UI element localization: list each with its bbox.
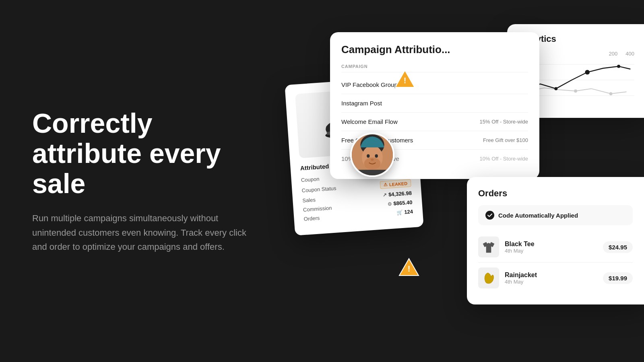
campaign-col-header: CAMPAIGN: [341, 64, 528, 72]
order-info-black-tee: Black Tee 4th May: [505, 241, 597, 254]
svg-point-20: [554, 87, 557, 90]
svg-text:!: !: [404, 76, 407, 85]
warning-icon-top: !: [394, 68, 415, 89]
hero-title: Correctly attribute every sale: [32, 108, 258, 198]
svg-point-8: [371, 158, 374, 161]
coupon-status-label: Coupon Status: [301, 185, 336, 193]
campaign-offer-welcome: 15% Off - Store-wide: [480, 119, 528, 125]
warning-small-icon: ⚠: [384, 182, 388, 187]
orders-title: Orders: [478, 188, 633, 199]
trending-icon: ↗: [383, 192, 387, 198]
warning-icon-bottom: !: [398, 257, 419, 278]
svg-point-21: [585, 70, 590, 75]
cards-area: ! !: [282, 0, 644, 362]
campaign-name-instagram: Instagram Post: [341, 100, 382, 107]
svg-text:!: !: [408, 264, 411, 273]
svg-point-18: [574, 89, 577, 93]
order-item-rainjacket: Rainjacket 4th May $19.99: [478, 263, 633, 293]
sales-label: Sales: [302, 197, 316, 204]
orders-count: 🛒 124: [396, 208, 413, 216]
leaked-badge: ⚠ LEAKED: [380, 179, 411, 189]
campaign-offer-freegift: Free Gift over $100: [483, 137, 528, 143]
order-date-rainjacket: 4th May: [505, 279, 597, 285]
svg-point-6: [367, 154, 369, 158]
svg-point-19: [609, 92, 613, 95]
campaign-row-instagram[interactable]: Instagram Post: [341, 94, 528, 113]
hero-description: Run multiple campaigns simultaneously wi…: [32, 211, 258, 254]
order-item-black-tee: Black Tee 4th May $24.95: [478, 232, 633, 263]
commission-label: Commission: [303, 205, 332, 213]
campaign-row-welcome[interactable]: Welcome Email Flow 15% Off - Store-wide: [341, 113, 528, 131]
svg-point-7: [375, 154, 378, 158]
order-info-rainjacket: Rainjacket 4th May: [505, 272, 597, 285]
commission-amount: ⚙ $865.40: [387, 199, 413, 207]
order-price-rainjacket: $19.99: [603, 272, 633, 284]
order-name-black-tee: Black Tee: [505, 241, 597, 248]
gear-icon: ⚙: [387, 201, 392, 207]
svg-point-22: [617, 65, 620, 68]
campaign-name-welcome: Welcome Email Flow: [341, 118, 398, 125]
chart-label-400: 400: [625, 51, 634, 57]
order-name-rainjacket: Rainjacket: [505, 272, 597, 279]
order-price-black-tee: $24.95: [603, 241, 633, 253]
avatar: [350, 133, 394, 177]
code-applied-banner: Code Automatically Applied: [478, 205, 633, 225]
order-thumb-black-tee: [478, 237, 499, 257]
order-thumb-rainjacket: [478, 267, 499, 288]
campaign-offer-sms: 10% Off - Store-wide: [480, 156, 528, 162]
campaign-card-title: Campaign Attributio...: [341, 43, 528, 56]
check-circle-icon: [485, 211, 494, 220]
chart-label-200: 200: [609, 51, 618, 57]
order-date-black-tee: 4th May: [505, 248, 597, 254]
code-applied-text: Code Automatically Applied: [498, 212, 578, 219]
campaign-name-vip: VIP Facebook Group: [341, 81, 398, 88]
campaign-row-vip[interactable]: VIP Facebook Group: [341, 76, 528, 94]
hero-section: Correctly attribute every sale Run multi…: [32, 108, 258, 254]
orders-label: Orders: [303, 215, 320, 222]
sales-amount: ↗ $4,326.98: [383, 190, 412, 198]
cart-icon: 🛒: [396, 209, 403, 215]
orders-card: Orders Code Automatically Applied Black …: [467, 177, 644, 304]
coupon-label: Coupon: [301, 176, 319, 183]
